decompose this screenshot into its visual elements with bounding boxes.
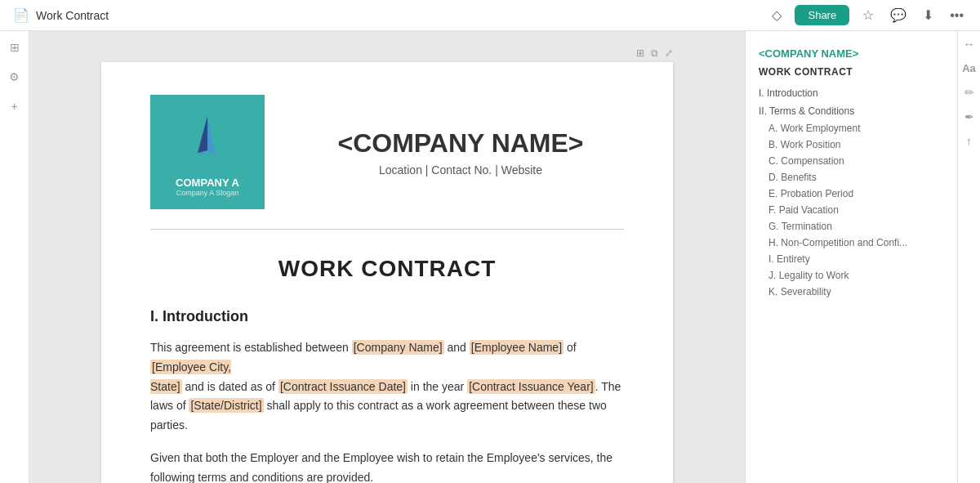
far-right-panel: ↔ Aa ✏ ✒ ↑ (957, 31, 980, 483)
nav-termination[interactable]: G. Termination (746, 218, 957, 235)
main-layout: ⊞ ⚙ + ⊞ ⧉ ⤢ COMPANY A Company A Slogan (0, 31, 980, 483)
right-panel-doc-title: WORK CONTRACT (746, 63, 957, 84)
placeholder-city: [Employee City,State] (150, 360, 231, 394)
doc-area: ⊞ ⧉ ⤢ COMPANY A Company A Slogan <COMPAN… (29, 31, 745, 483)
tag-button[interactable]: ◇ (768, 4, 785, 26)
nav-paid-vacation[interactable]: F. Paid Vacation (746, 202, 957, 218)
font-icon[interactable]: Aa (962, 62, 976, 74)
collapse-icon[interactable]: ↔ (964, 38, 975, 51)
crop-icon[interactable]: ⧉ (651, 47, 658, 59)
draw-icon[interactable]: ✏ (964, 86, 974, 99)
nav-entirety[interactable]: I. Entirety (746, 251, 957, 267)
placeholder-employee: [Employee Name] (470, 340, 564, 355)
nav-compensation[interactable]: C. Compensation (746, 153, 957, 169)
share-button[interactable]: Share (795, 5, 849, 25)
top-bar-title: Work Contract (36, 9, 109, 22)
nav-work-employment[interactable]: A. Work Employment (746, 120, 957, 136)
placeholder-company: [Company Name] (352, 340, 444, 355)
nav-terms[interactable]: II. Terms & Conditions (746, 102, 957, 120)
comment-button[interactable]: 💬 (887, 4, 910, 26)
placeholder-date: [Contract Issuance Date] (278, 379, 408, 394)
upload-icon[interactable]: ↑ (966, 135, 972, 148)
grid-icon[interactable]: ⊞ (5, 38, 24, 57)
top-bar: 📄 Work Contract ◇ Share ☆ 💬 ⬇ ••• (0, 0, 980, 31)
nav-non-competition[interactable]: H. Non-Competition and Confi... (746, 235, 957, 251)
add-icon[interactable]: + (5, 96, 24, 116)
intro-heading: I. Introduction (150, 308, 624, 325)
doc-icon: 📄 (13, 7, 29, 23)
doc-page: COMPANY A Company A Slogan <COMPANY NAME… (101, 62, 673, 483)
intro-para2: Given that both the Employer and the Emp… (150, 449, 624, 483)
top-bar-left: 📄 Work Contract (13, 7, 109, 23)
nav-work-position[interactable]: B. Work Position (746, 136, 957, 153)
company-slogan: Company A Slogan (176, 189, 239, 197)
nav-benefits[interactable]: D. Benefits (746, 169, 957, 186)
right-panel: <COMPANY NAME> WORK CONTRACT I. Introduc… (745, 31, 957, 483)
doc-header: COMPANY A Company A Slogan <COMPANY NAME… (150, 95, 624, 230)
doc-title: WORK CONTRACT (150, 256, 624, 282)
intro-para1: This agreement is established between [C… (150, 338, 624, 436)
contact-line: Location | Contact No. | Website (297, 163, 624, 177)
more-button[interactable]: ••• (947, 5, 967, 26)
edit-icon[interactable]: ✒ (964, 110, 974, 123)
right-panel-company[interactable]: <COMPANY NAME> (746, 41, 957, 63)
nav-probation[interactable]: E. Probation Period (746, 186, 957, 202)
favorite-button[interactable]: ☆ (859, 4, 877, 26)
nav-introduction[interactable]: I. Introduction (746, 84, 957, 102)
doc-toolbar: ⊞ ⧉ ⤢ (101, 47, 673, 59)
top-bar-right: ◇ Share ☆ 💬 ⬇ ••• (768, 4, 967, 26)
expand-icon[interactable]: ⤢ (665, 47, 673, 59)
settings-icon[interactable]: ⚙ (5, 67, 24, 87)
svg-marker-1 (198, 116, 207, 153)
left-sidebar: ⊞ ⚙ + (0, 31, 29, 483)
company-logo: COMPANY A Company A Slogan (150, 95, 265, 209)
company-name-logo: COMPANY A (176, 177, 239, 189)
resize-icon[interactable]: ⊞ (636, 47, 644, 59)
nav-severability[interactable]: K. Severability (746, 284, 957, 300)
download-button[interactable]: ⬇ (920, 4, 937, 26)
nav-legality[interactable]: J. Legality to Work (746, 267, 957, 284)
placeholder-year: [Contract Issuance Year] (467, 379, 595, 394)
placeholder-district: [State/District] (189, 398, 263, 413)
company-name-display: <COMPANY NAME> (297, 128, 624, 159)
doc-header-info: <COMPANY NAME> Location | Contact No. | … (297, 128, 624, 177)
